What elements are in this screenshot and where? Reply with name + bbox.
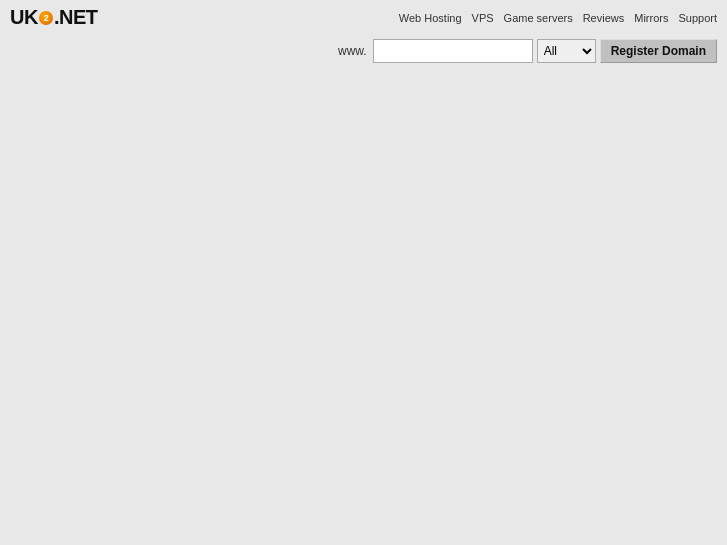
domain-search-bar: www. All .co.uk .com .net .org .info .bi… <box>0 33 727 69</box>
main-content <box>0 69 727 89</box>
logo-circle-icon <box>39 11 53 25</box>
logo-net: .NET <box>54 6 98 28</box>
nav-game-servers[interactable]: Game servers <box>504 12 573 24</box>
nav-web-hosting[interactable]: Web Hosting <box>399 12 462 24</box>
site-logo[interactable]: UK.NET <box>10 6 97 29</box>
nav-reviews[interactable]: Reviews <box>583 12 625 24</box>
nav-support[interactable]: Support <box>678 12 717 24</box>
site-header: UK.NET Web Hosting VPS Game servers Revi… <box>0 0 727 33</box>
nav-vps[interactable]: VPS <box>472 12 494 24</box>
main-nav: Web Hosting VPS Game servers Reviews Mir… <box>399 12 717 24</box>
domain-extension-select[interactable]: All .co.uk .com .net .org .info .biz <box>537 39 596 63</box>
nav-mirrors[interactable]: Mirrors <box>634 12 668 24</box>
www-label: www. <box>338 44 367 58</box>
domain-input[interactable] <box>373 39 533 63</box>
logo-uk: UK <box>10 6 38 28</box>
register-domain-button[interactable]: Register Domain <box>600 39 717 63</box>
